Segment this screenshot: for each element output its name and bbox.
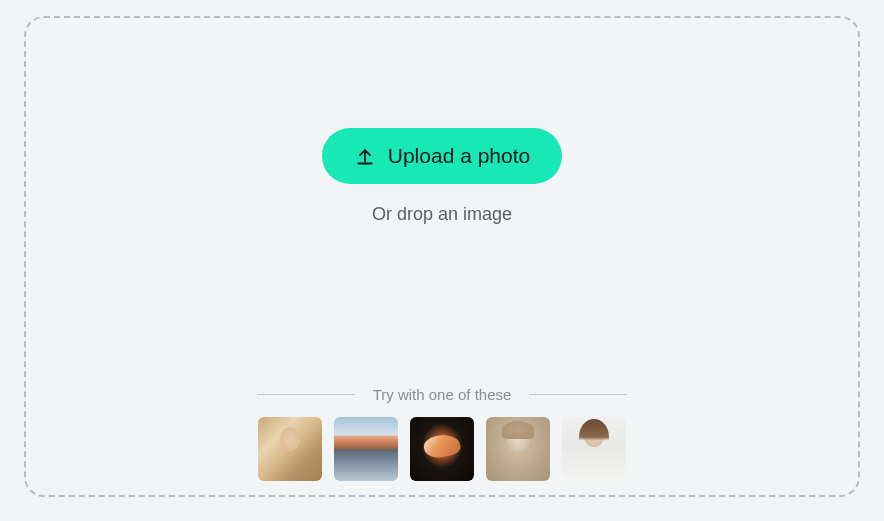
samples-row <box>258 417 626 481</box>
upload-dropzone[interactable]: Upload a photo Or drop an image Try with… <box>24 16 860 497</box>
samples-label: Try with one of these <box>373 386 512 403</box>
sample-thumb-vintage-portrait-sepia[interactable] <box>486 417 550 481</box>
samples-label-row: Try with one of these <box>257 386 627 403</box>
upload-button[interactable]: Upload a photo <box>322 128 562 184</box>
divider-right <box>529 394 627 395</box>
upload-section: Upload a photo Or drop an image <box>322 128 562 225</box>
samples-section: Try with one of these <box>26 386 858 481</box>
upload-icon <box>354 145 376 167</box>
sample-thumb-sneaker-product[interactable] <box>410 417 474 481</box>
upload-button-label: Upload a photo <box>388 144 530 168</box>
drop-hint-text: Or drop an image <box>372 204 512 225</box>
sample-thumb-woman-sunglasses-white[interactable] <box>562 417 626 481</box>
sample-thumb-mountain-landscape[interactable] <box>334 417 398 481</box>
divider-left <box>257 394 355 395</box>
sample-thumb-woman-portrait-blonde[interactable] <box>258 417 322 481</box>
